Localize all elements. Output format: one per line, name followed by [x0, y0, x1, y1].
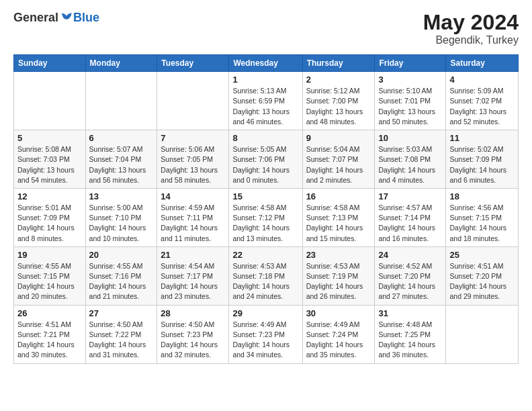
day-number: 7 — [161, 133, 225, 143]
header: General Blue May 2024 Begendik, Turkey — [13, 11, 519, 46]
logo-blue-text: Blue — [73, 11, 99, 25]
calendar-cell: 31Sunrise: 4:48 AMSunset: 7:25 PMDayligh… — [375, 305, 446, 363]
day-number: 4 — [449, 75, 515, 85]
calendar-cell — [14, 72, 86, 130]
day-info: Sunrise: 5:04 AMSunset: 7:07 PMDaylight:… — [306, 144, 371, 185]
day-info: Sunrise: 4:55 AMSunset: 7:15 PMDaylight:… — [17, 261, 82, 302]
calendar-table: SundayMondayTuesdayWednesdayThursdayFrid… — [13, 54, 519, 363]
day-number: 27 — [89, 308, 154, 318]
calendar-cell: 4Sunrise: 5:09 AMSunset: 7:02 PMDaylight… — [446, 72, 519, 130]
day-info: Sunrise: 5:05 AMSunset: 7:06 PMDaylight:… — [232, 144, 298, 185]
day-info: Sunrise: 4:49 AMSunset: 7:24 PMDaylight:… — [306, 320, 371, 361]
day-info: Sunrise: 4:51 AMSunset: 7:21 PMDaylight:… — [17, 320, 82, 361]
calendar-cell: 26Sunrise: 4:51 AMSunset: 7:21 PMDayligh… — [14, 305, 86, 363]
day-number: 11 — [449, 133, 515, 143]
day-number: 3 — [378, 75, 442, 85]
day-info: Sunrise: 4:53 AMSunset: 7:19 PMDaylight:… — [306, 261, 371, 302]
calendar-cell: 11Sunrise: 5:02 AMSunset: 7:09 PMDayligh… — [446, 130, 519, 189]
day-info: Sunrise: 5:00 AMSunset: 7:10 PMDaylight:… — [89, 203, 154, 244]
logo-bird-icon — [60, 11, 73, 25]
day-number: 15 — [232, 191, 298, 201]
calendar-week-row: 1Sunrise: 5:13 AMSunset: 6:59 PMDaylight… — [14, 72, 519, 130]
day-info: Sunrise: 4:51 AMSunset: 7:20 PMDaylight:… — [449, 261, 515, 302]
calendar-cell: 7Sunrise: 5:06 AMSunset: 7:05 PMDaylight… — [157, 130, 229, 189]
day-number: 16 — [306, 191, 371, 201]
day-info: Sunrise: 5:07 AMSunset: 7:04 PMDaylight:… — [89, 144, 154, 185]
weekday-header-wednesday: Wednesday — [229, 55, 302, 72]
calendar-cell: 15Sunrise: 4:58 AMSunset: 7:12 PMDayligh… — [229, 188, 302, 246]
day-info: Sunrise: 5:03 AMSunset: 7:08 PMDaylight:… — [378, 144, 442, 185]
day-info: Sunrise: 4:53 AMSunset: 7:18 PMDaylight:… — [232, 261, 298, 302]
day-number: 26 — [17, 308, 82, 318]
weekday-header-sunday: Sunday — [14, 55, 86, 72]
calendar-cell: 19Sunrise: 4:55 AMSunset: 7:15 PMDayligh… — [14, 246, 86, 305]
calendar-cell: 2Sunrise: 5:12 AMSunset: 7:00 PMDaylight… — [302, 72, 375, 130]
calendar-cell: 16Sunrise: 4:58 AMSunset: 7:13 PMDayligh… — [302, 188, 375, 246]
calendar-cell: 27Sunrise: 4:50 AMSunset: 7:22 PMDayligh… — [85, 305, 157, 363]
calendar-week-row: 12Sunrise: 5:01 AMSunset: 7:09 PMDayligh… — [14, 188, 519, 246]
weekday-header-friday: Friday — [375, 55, 446, 72]
calendar-cell: 18Sunrise: 4:56 AMSunset: 7:15 PMDayligh… — [446, 188, 519, 246]
day-info: Sunrise: 5:06 AMSunset: 7:05 PMDaylight:… — [161, 144, 225, 185]
day-number: 8 — [232, 133, 298, 143]
day-info: Sunrise: 4:52 AMSunset: 7:20 PMDaylight:… — [378, 261, 442, 302]
calendar-cell: 23Sunrise: 4:53 AMSunset: 7:19 PMDayligh… — [302, 246, 375, 305]
weekday-header-monday: Monday — [85, 55, 157, 72]
calendar-cell: 22Sunrise: 4:53 AMSunset: 7:18 PMDayligh… — [229, 246, 302, 305]
calendar-cell: 30Sunrise: 4:49 AMSunset: 7:24 PMDayligh… — [302, 305, 375, 363]
weekday-header-saturday: Saturday — [446, 55, 519, 72]
month-title: May 2024 — [423, 11, 519, 34]
logo-general-text: General — [13, 11, 58, 25]
day-number: 5 — [17, 133, 82, 143]
day-info: Sunrise: 4:50 AMSunset: 7:23 PMDaylight:… — [161, 320, 225, 361]
day-info: Sunrise: 5:08 AMSunset: 7:03 PMDaylight:… — [17, 144, 82, 185]
title-block: May 2024 Begendik, Turkey — [423, 11, 519, 46]
day-info: Sunrise: 4:59 AMSunset: 7:11 PMDaylight:… — [161, 203, 225, 244]
weekday-header-tuesday: Tuesday — [157, 55, 229, 72]
day-number: 9 — [306, 133, 371, 143]
logo: General Blue — [13, 11, 99, 25]
calendar-cell: 12Sunrise: 5:01 AMSunset: 7:09 PMDayligh… — [14, 188, 86, 246]
calendar-cell: 9Sunrise: 5:04 AMSunset: 7:07 PMDaylight… — [302, 130, 375, 189]
day-info: Sunrise: 4:48 AMSunset: 7:25 PMDaylight:… — [378, 320, 442, 361]
day-number: 25 — [449, 250, 515, 260]
day-number: 20 — [89, 250, 154, 260]
weekday-header-row: SundayMondayTuesdayWednesdayThursdayFrid… — [14, 55, 519, 72]
day-info: Sunrise: 4:56 AMSunset: 7:15 PMDaylight:… — [449, 203, 515, 244]
day-number: 19 — [17, 250, 82, 260]
day-info: Sunrise: 4:57 AMSunset: 7:14 PMDaylight:… — [378, 203, 442, 244]
day-info: Sunrise: 4:55 AMSunset: 7:16 PMDaylight:… — [89, 261, 154, 302]
calendar-cell: 6Sunrise: 5:07 AMSunset: 7:04 PMDaylight… — [85, 130, 157, 189]
day-number: 13 — [89, 191, 154, 201]
day-number: 30 — [306, 308, 371, 318]
day-number: 14 — [161, 191, 225, 201]
day-info: Sunrise: 4:49 AMSunset: 7:23 PMDaylight:… — [232, 320, 298, 361]
calendar-week-row: 26Sunrise: 4:51 AMSunset: 7:21 PMDayligh… — [14, 305, 519, 363]
calendar-cell: 21Sunrise: 4:54 AMSunset: 7:17 PMDayligh… — [157, 246, 229, 305]
calendar-cell: 8Sunrise: 5:05 AMSunset: 7:06 PMDaylight… — [229, 130, 302, 189]
calendar-cell: 20Sunrise: 4:55 AMSunset: 7:16 PMDayligh… — [85, 246, 157, 305]
calendar-cell: 28Sunrise: 4:50 AMSunset: 7:23 PMDayligh… — [157, 305, 229, 363]
calendar-cell — [85, 72, 157, 130]
day-number: 6 — [89, 133, 154, 143]
calendar-week-row: 5Sunrise: 5:08 AMSunset: 7:03 PMDaylight… — [14, 130, 519, 189]
day-number: 21 — [161, 250, 225, 260]
calendar-cell: 14Sunrise: 4:59 AMSunset: 7:11 PMDayligh… — [157, 188, 229, 246]
day-info: Sunrise: 5:10 AMSunset: 7:01 PMDaylight:… — [378, 86, 442, 127]
day-info: Sunrise: 4:58 AMSunset: 7:12 PMDaylight:… — [232, 203, 298, 244]
day-info: Sunrise: 5:01 AMSunset: 7:09 PMDaylight:… — [17, 203, 82, 244]
weekday-header-thursday: Thursday — [302, 55, 375, 72]
calendar-cell: 29Sunrise: 4:49 AMSunset: 7:23 PMDayligh… — [229, 305, 302, 363]
location-title: Begendik, Turkey — [423, 34, 519, 46]
calendar-cell — [157, 72, 229, 130]
day-number: 29 — [232, 308, 298, 318]
calendar-cell: 13Sunrise: 5:00 AMSunset: 7:10 PMDayligh… — [85, 188, 157, 246]
day-info: Sunrise: 5:02 AMSunset: 7:09 PMDaylight:… — [449, 144, 515, 185]
calendar-cell: 17Sunrise: 4:57 AMSunset: 7:14 PMDayligh… — [375, 188, 446, 246]
day-number: 22 — [232, 250, 298, 260]
calendar-cell: 1Sunrise: 5:13 AMSunset: 6:59 PMDaylight… — [229, 72, 302, 130]
calendar-week-row: 19Sunrise: 4:55 AMSunset: 7:15 PMDayligh… — [14, 246, 519, 305]
day-number: 12 — [17, 191, 82, 201]
day-number: 2 — [306, 75, 371, 85]
calendar-cell: 3Sunrise: 5:10 AMSunset: 7:01 PMDaylight… — [375, 72, 446, 130]
